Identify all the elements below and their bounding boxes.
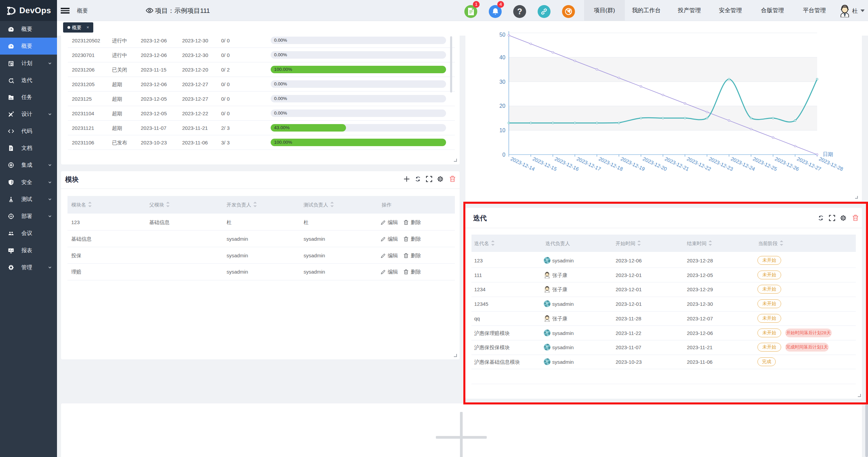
svg-text:20: 20	[499, 103, 505, 109]
svg-text:2023-12-15: 2023-12-15	[532, 156, 558, 172]
svg-text:50: 50	[499, 32, 505, 38]
svg-text:2023-12-24: 2023-12-24	[730, 156, 756, 172]
svg-text:2023-12-16: 2023-12-16	[554, 156, 580, 172]
svg-text:2023-12-17: 2023-12-17	[576, 156, 602, 172]
svg-text:2023-12-19: 2023-12-19	[620, 156, 646, 172]
svg-text:2023-12-26: 2023-12-26	[774, 156, 800, 172]
svg-text:10: 10	[499, 127, 505, 133]
svg-text:2023-12-25: 2023-12-25	[752, 156, 778, 172]
svg-text:2023-12-21: 2023-12-21	[664, 156, 690, 172]
svg-text:2023-12-18: 2023-12-18	[598, 156, 624, 172]
svg-text:2023-12-20: 2023-12-20	[642, 156, 668, 172]
svg-text:日期: 日期	[823, 151, 833, 157]
svg-text:2023-12-27: 2023-12-27	[796, 156, 822, 172]
svg-text:2023-12-22: 2023-12-22	[686, 156, 712, 172]
svg-text:2023-12-28: 2023-12-28	[818, 156, 844, 172]
svg-text:0: 0	[502, 152, 505, 158]
svg-text:2023-12-14: 2023-12-14	[510, 156, 536, 172]
svg-text:30: 30	[499, 79, 505, 85]
svg-text:40: 40	[499, 55, 505, 60]
svg-text:2023-12-23: 2023-12-23	[708, 156, 734, 172]
